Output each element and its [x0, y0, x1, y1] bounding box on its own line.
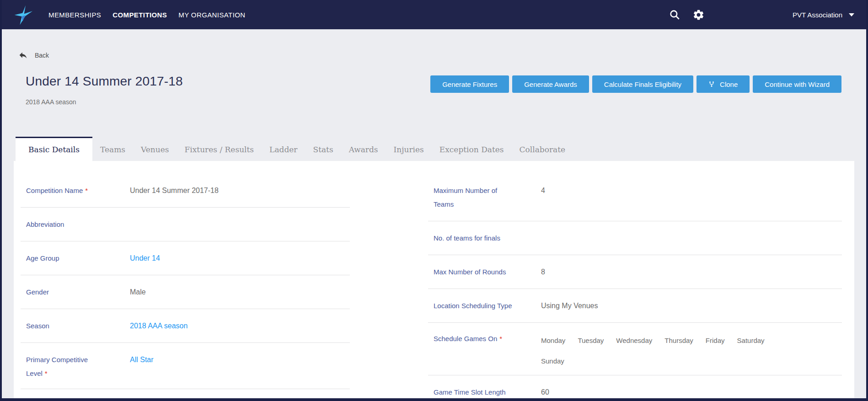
back-arrow-icon	[18, 50, 28, 60]
search-icon[interactable]	[669, 9, 680, 21]
app-logo-icon[interactable]	[14, 4, 33, 27]
season-value-link[interactable]: 2018 AAA season	[130, 322, 188, 330]
field-row-location-scheduling-type: Location Scheduling TypeUsing My Venues	[428, 289, 842, 323]
field-row-maximum-number-of-teams: Maximum Number of Teams4	[428, 161, 842, 221]
button-label: Calculate Finals Eligibility	[604, 80, 681, 88]
field-label-text: Max Number of Rounds	[434, 268, 506, 276]
field-label-abbreviation: Abbreviation	[21, 218, 105, 231]
tab-teams[interactable]: Teams	[92, 137, 133, 161]
maximum-number-of-teams-value: 4	[541, 187, 545, 194]
nav-item-my-organisation[interactable]: MY ORGANISATION	[178, 11, 245, 19]
field-label-competition-name: Competition Name*	[21, 184, 105, 198]
button-label: Generate Fixtures	[442, 80, 497, 88]
day-thursday: Thursday	[664, 330, 693, 351]
field-row-season: Season2018 AAA season	[21, 309, 350, 343]
tab-ladder[interactable]: Ladder	[262, 137, 305, 161]
fork-icon	[708, 80, 715, 88]
day-monday: Monday	[541, 330, 565, 351]
location-scheduling-type-value: Using My Venues	[541, 302, 598, 310]
season-subtitle: 2018 AAA season	[26, 98, 183, 106]
field-row-schedule-games-on: Schedule Games On*MondayTuesdayWednesday…	[428, 323, 842, 375]
org-name: PVT Association	[793, 11, 842, 19]
primary-competitive-level-value-link[interactable]: All Star	[130, 356, 154, 364]
field-row-age-group: Age GroupUnder 14	[21, 241, 350, 275]
page-header: Under 14 Summer 2017-18 2018 AAA season …	[26, 74, 841, 106]
tab-awards[interactable]: Awards	[341, 137, 386, 161]
day-saturday: Saturday	[737, 330, 765, 351]
back-label: Back	[35, 52, 49, 59]
game-time-slot-length-value: 60	[541, 388, 549, 396]
nav-icons	[669, 9, 705, 21]
tab-injuries[interactable]: Injuries	[386, 137, 432, 161]
field-label-text: Abbreviation	[26, 220, 64, 228]
field-label-text: Age Group	[26, 254, 59, 262]
age-group-value-link[interactable]: Under 14	[130, 254, 160, 262]
nav-item-memberships[interactable]: MEMBERSHIPS	[48, 11, 101, 19]
clone-button[interactable]: Clone	[697, 75, 750, 93]
app-window: MEMBERSHIPSCOMPETITIONSMY ORGANISATION P…	[0, 0, 868, 401]
field-label-season: Season	[21, 319, 105, 333]
field-label-text: Game Time Slot Length	[434, 388, 506, 396]
generate-awards-button[interactable]: Generate Awards	[512, 75, 589, 93]
field-value-cell: Using My Venues	[541, 299, 598, 313]
field-value-cell: Male	[130, 285, 146, 299]
field-label-text: Competition Name	[26, 187, 83, 194]
generate-fixtures-button[interactable]: Generate Fixtures	[430, 75, 509, 93]
field-row-competition-name: Competition Name*Under 14 Summer 2017-18	[21, 161, 350, 208]
field-row-abbreviation: Abbreviation	[21, 208, 350, 241]
required-asterisk: *	[85, 187, 88, 194]
field-label-text: No. of teams for finals	[434, 234, 500, 242]
gear-icon[interactable]	[692, 9, 705, 21]
back-link[interactable]: Back	[18, 50, 69, 60]
continue-with-wizard-button[interactable]: Continue with Wizard	[753, 75, 841, 93]
field-label-primary-competitive-level: Primary Competitive Level*	[21, 353, 105, 380]
field-label-text: Season	[26, 322, 49, 330]
gender-value: Male	[130, 288, 146, 296]
org-switcher[interactable]: PVT Association	[793, 11, 854, 19]
field-row-no-of-teams-for-finals: No. of teams for finals	[428, 221, 842, 255]
field-label-maximum-number-of-teams: Maximum Number of Teams	[428, 184, 516, 211]
tab-fixtures-results[interactable]: Fixtures / Results	[177, 137, 262, 161]
field-value-cell: 8	[541, 265, 545, 279]
calculate-finals-eligibility-button[interactable]: Calculate Finals Eligibility	[592, 75, 693, 93]
required-asterisk: *	[45, 369, 48, 377]
field-row-max-number-of-rounds: Max Number of Rounds8	[428, 255, 842, 289]
nav-item-competitions[interactable]: COMPETITIONS	[113, 11, 167, 19]
field-label-location-scheduling-type: Location Scheduling Type	[428, 299, 516, 313]
tab-bar: Basic DetailsTeamsVenuesFixtures / Resul…	[16, 137, 866, 161]
chevron-down-icon	[849, 13, 854, 16]
day-tuesday: Tuesday	[578, 330, 604, 351]
required-asterisk: *	[499, 335, 502, 342]
field-value-cell: 60	[541, 385, 549, 398]
field-value-cell: 2018 AAA season	[130, 319, 188, 333]
title-block: Under 14 Summer 2017-18 2018 AAA season	[26, 74, 183, 106]
top-nav: MEMBERSHIPSCOMPETITIONSMY ORGANISATION P…	[2, 0, 866, 29]
tab-venues[interactable]: Venues	[133, 137, 177, 161]
field-value-cell: 4	[541, 184, 545, 198]
form-column-left: Competition Name*Under 14 Summer 2017-18…	[21, 161, 350, 398]
field-label-text: Schedule Games On	[434, 335, 497, 342]
tab-collaborate[interactable]: Collaborate	[512, 137, 573, 161]
field-label-max-number-of-rounds: Max Number of Rounds	[428, 265, 516, 279]
button-label: Generate Awards	[524, 80, 577, 88]
day-wednesday: Wednesday	[616, 330, 652, 351]
field-label-text: Primary Competitive Level	[26, 356, 88, 377]
tab-exception-dates[interactable]: Exception Dates	[432, 137, 512, 161]
field-label-text: Maximum Number of Teams	[434, 187, 497, 208]
tab-stats[interactable]: Stats	[305, 137, 341, 161]
day-sunday: Sunday	[541, 351, 564, 371]
button-label: Clone	[720, 80, 738, 88]
field-value-cell: All Star	[130, 353, 154, 367]
day-friday: Friday	[706, 330, 725, 351]
scheduled-days-list: MondayTuesdayWednesdayThursdayFridaySatu…	[541, 330, 797, 371]
field-row-primary-competitive-level: Primary Competitive Level*All Star	[21, 343, 350, 389]
field-label-schedule-games-on: Schedule Games On*	[428, 332, 516, 346]
tab-basic-details[interactable]: Basic Details	[16, 137, 92, 161]
page-title: Under 14 Summer 2017-18	[26, 74, 183, 89]
field-label-text: Gender	[26, 288, 49, 296]
form-column-right: Maximum Number of Teams4No. of teams for…	[428, 161, 842, 398]
button-label: Continue with Wizard	[765, 80, 830, 88]
field-value-cell: Under 14 Summer 2017-18	[130, 184, 219, 198]
page-body: Back Under 14 Summer 2017-18 2018 AAA se…	[2, 29, 866, 398]
field-label-text: Location Scheduling Type	[434, 302, 512, 310]
